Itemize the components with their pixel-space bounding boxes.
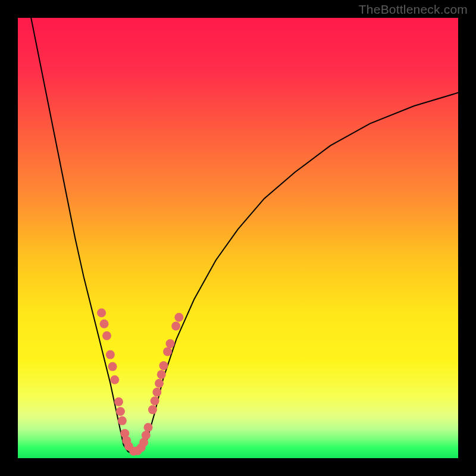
svg-point-2	[100, 320, 109, 328]
svg-point-27	[171, 322, 180, 331]
watermark-text: TheBottleneck.com	[359, 2, 468, 17]
svg-point-6	[110, 375, 119, 384]
svg-point-3	[102, 331, 111, 340]
svg-point-8	[116, 407, 125, 416]
svg-point-20	[151, 396, 159, 405]
svg-point-25	[163, 347, 172, 356]
svg-point-7	[114, 397, 123, 406]
svg-point-1	[97, 308, 106, 317]
svg-point-24	[159, 361, 168, 370]
svg-point-19	[148, 405, 157, 414]
chart-svg	[18, 18, 458, 458]
svg-point-18	[144, 423, 153, 432]
svg-point-28	[174, 313, 183, 322]
svg-point-5	[108, 362, 117, 371]
bottleneck-curve	[31, 18, 458, 454]
svg-point-4	[106, 350, 115, 359]
svg-point-21	[152, 388, 161, 397]
svg-point-23	[157, 370, 166, 379]
svg-point-22	[155, 379, 164, 388]
svg-point-9	[118, 416, 127, 425]
svg-point-26	[166, 339, 175, 348]
svg-point-17	[142, 431, 151, 440]
outer-frame: TheBottleneck.com	[0, 0, 476, 476]
plot-area	[18, 18, 458, 458]
